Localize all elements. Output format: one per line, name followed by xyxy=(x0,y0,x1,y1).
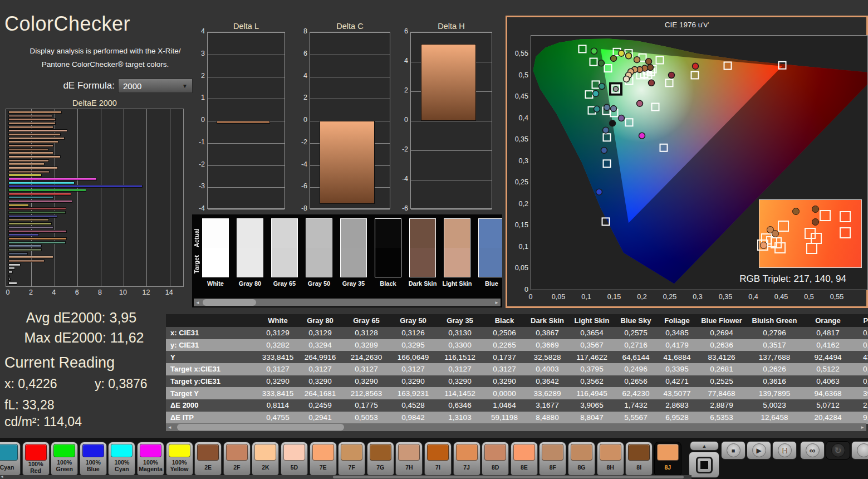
table-cell: 39,23 xyxy=(853,387,868,399)
patch-button-2e[interactable]: 2E xyxy=(194,442,222,476)
patch-button-100-yellow[interactable]: 100% Yellow xyxy=(166,442,193,476)
patch-button-8h[interactable]: 8H xyxy=(597,442,624,476)
table-cell: 0,0000 xyxy=(483,387,526,399)
table-cell: 0,2716 xyxy=(615,339,657,351)
patch-button-7h[interactable]: 7H xyxy=(395,442,423,476)
swatch-scrollbar-thumb[interactable] xyxy=(203,299,256,306)
patch-label: 7I xyxy=(435,461,440,475)
patch-button-2k[interactable]: 2K xyxy=(252,442,279,476)
deltae-bar xyxy=(8,140,58,143)
patch-button-8f[interactable]: 8F xyxy=(539,442,566,476)
description-line1: Display analysis is performed with the X… xyxy=(30,47,181,55)
cie-y-tick: 0 xyxy=(507,286,528,294)
stop-button[interactable]: ■ xyxy=(721,441,746,460)
step-button[interactable]: [··] xyxy=(772,441,797,460)
swatch-light-skin[interactable] xyxy=(444,218,470,277)
swatch-target-half xyxy=(203,248,228,277)
swatch-white[interactable] xyxy=(202,218,229,277)
table-cell: 77,8468 xyxy=(697,387,746,399)
delta-gridline xyxy=(208,77,285,77)
table-cell: 0,3129 xyxy=(258,327,297,339)
swatch-target-half xyxy=(237,248,263,277)
table-cell: 0,3128 xyxy=(343,327,390,339)
table-scrollbar-thumb[interactable] xyxy=(177,424,344,431)
table-cell: 163,9231 xyxy=(390,387,437,399)
table-cell: 0,3295 xyxy=(390,339,437,351)
inset-measured-marker xyxy=(772,230,779,237)
delta-y-tick: -3 xyxy=(190,182,205,190)
swatch-gray-80[interactable] xyxy=(237,218,263,277)
swatch-gray-65[interactable] xyxy=(271,218,298,277)
table-cell: 264,1681 xyxy=(297,387,343,399)
patch-button-7g[interactable]: 7G xyxy=(367,442,394,476)
table-row-label: Target x:CIE31 xyxy=(166,363,258,375)
swatch-gray-50[interactable] xyxy=(306,218,332,277)
table-cell: 116,4945 xyxy=(569,387,615,399)
measured-marker xyxy=(669,72,675,78)
measured-marker xyxy=(601,147,607,153)
patch-button-100-red[interactable]: 100% Red xyxy=(22,442,50,476)
table-cell: 0,3642 xyxy=(526,375,569,388)
patch-button-100-green[interactable]: 100% Green xyxy=(51,442,78,476)
delta-gridline xyxy=(411,32,492,33)
patch-button-8d[interactable]: 8D xyxy=(482,442,509,476)
swatch-label: Blue xyxy=(472,280,502,287)
deltae-x-tick: 0 xyxy=(1,289,14,296)
rgb-triplet-readout: RGB Triplet: 217, 140, 94 xyxy=(739,273,846,285)
patch-button-8j[interactable]: 8J xyxy=(654,442,681,476)
patch-button-5d[interactable]: 5D xyxy=(281,442,308,476)
table-cell: 0,4817 xyxy=(803,327,853,339)
patch-button-7f[interactable]: 7F xyxy=(338,442,365,476)
swatch-target-half xyxy=(375,248,401,277)
table-cell: 0,3562 xyxy=(569,375,615,388)
table-cell: 0,2796 xyxy=(746,327,803,339)
table-column-header: Gray 50 xyxy=(390,314,437,327)
patch-color-chip xyxy=(0,444,18,461)
swatch-gray-35[interactable] xyxy=(340,218,367,277)
swatch-comparison-strip: Actual Target WhiteGray 80Gray 65Gray 50… xyxy=(192,214,502,307)
scroll-left-icon[interactable]: ◄ xyxy=(166,423,174,431)
delta-y-tick: -1 xyxy=(190,138,205,146)
measured-marker xyxy=(639,133,645,139)
deltae-bar xyxy=(8,241,66,244)
swatch-target-half xyxy=(306,248,332,277)
measurement-table: WhiteGray 80Gray 65Gray 50Gray 35BlackDa… xyxy=(166,314,868,424)
table-cell: 1,3103 xyxy=(437,412,483,424)
swatch-dark-skin[interactable] xyxy=(409,218,436,277)
loop-button[interactable]: ∞ xyxy=(800,441,825,460)
patch-color-chip xyxy=(370,444,391,461)
patch-button-7j[interactable]: 7J xyxy=(453,442,480,476)
delta-chart xyxy=(310,32,390,209)
patch-button-8i[interactable]: 8I xyxy=(625,442,653,476)
record-button[interactable] xyxy=(851,441,868,460)
chevron-up-icon: ▲ xyxy=(702,443,707,449)
swatch-black[interactable] xyxy=(375,218,401,277)
de-formula-dropdown[interactable]: 2000 ▼ xyxy=(118,79,193,93)
scroll-right-icon[interactable]: ► xyxy=(493,299,501,306)
patch-button-100-blue[interactable]: 100% Blue xyxy=(80,442,107,476)
swatch-blue[interactable] xyxy=(478,218,502,277)
deltae-bar xyxy=(8,174,42,177)
patch-strip-scrollbar-thumb[interactable] xyxy=(333,476,684,478)
patch-button-7i[interactable]: 7I xyxy=(424,442,452,476)
current-x-value: x: 0,4226 xyxy=(4,377,57,392)
patch-button-8g[interactable]: 8G xyxy=(568,442,595,476)
swatch-scrollbar[interactable]: ◄ ► xyxy=(194,299,501,306)
collapse-panel-button[interactable]: ▲ xyxy=(690,441,719,451)
patch-button-100-cyan[interactable]: 100% Cyan xyxy=(108,442,135,476)
play-button[interactable]: ▶ xyxy=(747,441,771,460)
patch-button-cyan[interactable]: Cyan xyxy=(0,442,21,476)
delta-y-tick: -4 xyxy=(394,175,408,183)
patch-window-button[interactable] xyxy=(689,452,719,478)
scroll-left-icon[interactable]: ◄ xyxy=(194,299,202,306)
table-scrollbar[interactable]: ◄ ► xyxy=(166,423,866,431)
patch-button-7e[interactable]: 7E xyxy=(310,442,337,476)
cie-y-tick: 0,5 xyxy=(507,71,528,79)
patch-strip-scrollbar[interactable]: ◄ xyxy=(0,475,692,479)
scroll-right-icon[interactable]: ► xyxy=(859,423,866,431)
scroll-left-icon[interactable]: ◄ xyxy=(0,475,4,478)
patch-button-8e[interactable]: 8E xyxy=(511,442,538,476)
patch-button-100-magenta[interactable]: 100% Magenta xyxy=(137,442,164,476)
refresh-button[interactable]: ↻ xyxy=(826,441,850,460)
patch-button-2f[interactable]: 2F xyxy=(223,442,251,476)
